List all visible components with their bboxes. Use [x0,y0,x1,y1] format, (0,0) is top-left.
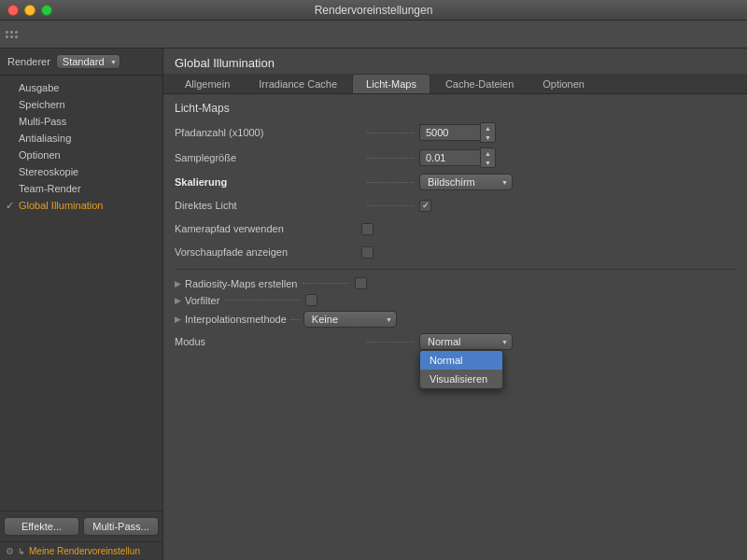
bottom-label: Meine Rendervoreinstellun [29,546,140,556]
pfadanzahl-input[interactable] [419,124,480,141]
vorfilter-label: Vorfilter [185,295,219,306]
samplegroesse-input[interactable] [419,149,480,166]
sidebar-item-label: Antialiasing [19,133,71,144]
sidebar-item-antialiasing[interactable]: Antialiasing [0,130,162,147]
pfadanzahl-up[interactable]: ▲ [481,123,495,133]
samplegroesse-row: Samplegröße ▲ ▼ [175,147,736,168]
tab-label: Allgemein [185,78,230,90]
sidebar-item-label: Multi-Pass [19,116,66,127]
effekte-button[interactable]: Effekte... [4,517,79,536]
interpolation-select[interactable]: Keine Linear [303,311,397,328]
sidebar-item-multi-pass[interactable]: Multi-Pass [0,113,162,130]
sidebar-item-label: Speichern [19,99,65,110]
radiosity-label: Radiosity-Maps erstellen [185,278,297,289]
kamerapfad-label: Kamerapfad verwenden [175,223,361,234]
interpolation-dropdown-wrap[interactable]: Keine Linear [303,311,397,328]
interpolation-arrow-icon: ▶ [175,315,181,324]
radiosity-row[interactable]: ▶ Radiosity-Maps erstellen [175,277,736,289]
sidebar-bottom: ⚙ ↳ Meine Rendervoreinstellun [0,541,162,560]
renderer-label: Renderer [7,56,50,67]
radiosity-arrow-icon: ▶ [175,279,181,288]
gear-icon: ⚙ [6,546,14,556]
tab-label: Cache-Dateien [445,78,514,90]
tab-licht-maps[interactable]: Licht-Maps [352,74,430,93]
divider1 [175,269,736,270]
title-bar: Rendervoreinstellungen [0,0,747,21]
option-label: Normal [430,355,462,366]
direktes-licht-label: Direktes Licht [175,200,361,211]
kamerapfad-row: Kamerapfad verwenden [175,219,736,238]
window-controls[interactable] [7,5,52,16]
minimize-button[interactable] [24,5,35,16]
modus-label: Modus [175,336,361,347]
skalierung-dropdown-wrap[interactable]: Bildschirm Welt [419,174,513,190]
renderer-select[interactable]: Standard [56,54,120,69]
sidebar-list: Ausgabe Speichern Multi-Pass Antialiasin… [0,76,162,511]
sidebar-item-label: Team-Render [19,183,81,194]
renderer-select-wrap[interactable]: Standard [56,54,120,69]
modus-dropdown-wrap[interactable]: Normal Visualisieren Normal Visualisiere… [419,333,513,350]
sidebar-item-stereoskopie[interactable]: Stereoskopie [0,163,162,180]
sidebar-item-team-render[interactable]: Team-Render [0,180,162,197]
modus-row: Modus Normal Visualisieren Normal Visual… [175,332,736,351]
content-area: Global Illumination Allgemein Irradiance… [163,49,747,560]
skalierung-label: Skalierung [175,176,361,188]
vorfilter-row[interactable]: ▶ Vorfilter [175,294,736,306]
sidebar-item-ausgabe[interactable]: Ausgabe [0,79,162,96]
tab-allgemein[interactable]: Allgemein [171,74,244,93]
samplegroesse-input-wrap[interactable]: ▲ ▼ [419,147,496,168]
vorfilter-checkbox[interactable] [305,294,317,306]
modus-option-normal[interactable]: Normal [420,351,502,370]
vorschaupfade-row: Vorschaupfade anzeigen [175,243,736,261]
sidebar: Renderer Standard Ausgabe Speichern Mult… [0,49,163,560]
pfadanzahl-spinners[interactable]: ▲ ▼ [480,122,496,143]
tab-optionen[interactable]: Optionen [529,74,599,93]
tab-label: Optionen [543,78,585,90]
sidebar-item-speichern[interactable]: Speichern [0,96,162,113]
tab-label: Licht-Maps [366,78,416,90]
sidebar-item-label: Stereoskopie [19,166,78,177]
tab-cache-dateien[interactable]: Cache-Dateien [431,74,528,93]
pfadanzahl-down[interactable]: ▼ [481,133,495,142]
maximize-button[interactable] [41,5,52,16]
pfadanzahl-input-wrap[interactable]: ▲ ▼ [419,122,496,143]
skalierung-row: Skalierung Bildschirm Welt [175,173,736,191]
samplegroesse-up[interactable]: ▲ [481,148,495,158]
sidebar-item-label: Global Illumination [19,200,104,211]
direktes-licht-row: Direktes Licht [175,196,736,215]
content-body: Licht-Maps Pfadanzahl (x1000) ▲ ▼ Sample… [163,94,747,560]
modus-dropdown-popup: Normal Visualisieren [419,350,503,389]
sidebar-item-label: Ausgabe [19,82,59,93]
vorfilter-arrow-icon: ▶ [175,296,181,305]
interpolation-label: Interpolationsmethode [185,314,287,325]
modus-option-visualisieren[interactable]: Visualisieren [420,370,502,388]
sidebar-footer: Effekte... Multi-Pass... [0,511,162,541]
kamerapfad-checkbox[interactable] [361,223,374,235]
tabs-bar: Allgemein Irradiance Cache Licht-Maps Ca… [163,74,747,94]
sidebar-item-optionen[interactable]: Optionen [0,147,162,163]
renderer-bar: Renderer Standard [0,49,162,76]
skalierung-select[interactable]: Bildschirm Welt [419,174,513,190]
option-label: Visualisieren [430,373,487,385]
tab-label: Irradiance Cache [259,78,337,90]
multi-pass-button[interactable]: Multi-Pass... [83,517,159,536]
checkmark-icon: ✓ [6,200,14,212]
section-title: Licht-Maps [175,102,736,115]
samplegroesse-label: Samplegröße [175,152,361,163]
radiosity-checkbox[interactable] [355,277,367,289]
toolbar [0,21,747,49]
pfadanzahl-label: Pfadanzahl (x1000) [175,127,361,138]
sidebar-item-label: Optionen [19,149,61,161]
close-button[interactable] [7,5,19,16]
interpolation-row: ▶ Interpolationsmethode Keine Linear [175,311,736,328]
main-layout: Renderer Standard Ausgabe Speichern Mult… [0,49,747,560]
samplegroesse-down[interactable]: ▼ [481,158,495,167]
sidebar-item-global-illumination[interactable]: ✓ Global Illumination [0,197,162,214]
vorschaupfade-label: Vorschaupfade anzeigen [175,246,361,258]
tab-irradiance-cache[interactable]: Irradiance Cache [245,74,351,93]
modus-select[interactable]: Normal Visualisieren [419,333,513,350]
direktes-licht-checkbox[interactable] [419,200,431,212]
samplegroesse-spinners[interactable]: ▲ ▼ [480,147,496,168]
pfadanzahl-row: Pfadanzahl (x1000) ▲ ▼ [175,122,736,143]
vorschaupfade-checkbox[interactable] [361,246,374,259]
